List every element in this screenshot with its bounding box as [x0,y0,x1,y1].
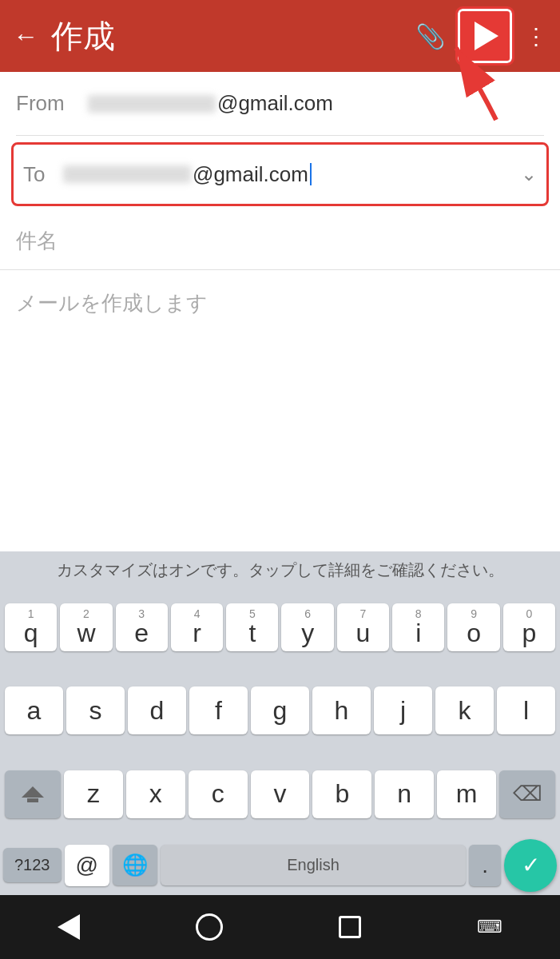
nav-back-icon [58,914,80,940]
key-s[interactable]: s [66,686,125,734]
key-d[interactable]: d [128,686,186,734]
shift-bar [27,798,38,802]
key-m[interactable]: m [437,770,496,818]
key-c[interactable]: c [189,770,248,818]
nav-keyboard-button[interactable]: ⌨ [477,917,502,937]
to-value[interactable]: @gmail.com [63,162,514,187]
key-x[interactable]: x [126,770,185,818]
key-z[interactable]: z [64,770,123,818]
key-q[interactable]: 1 q [5,603,57,651]
key-p[interactable]: 0 p [503,603,555,651]
from-value: @gmail.com [88,91,544,116]
attach-icon[interactable]: 📎 [415,22,445,50]
to-email-domain: @gmail.com [193,162,308,187]
page-title: 作成 [51,14,415,58]
backspace-icon: ⌫ [513,782,542,806]
backspace-key[interactable]: ⌫ [499,770,555,818]
more-options-button[interactable]: ⋮ [525,23,547,50]
nav-home-button[interactable] [196,913,223,941]
key-o[interactable]: 9 o [447,603,499,651]
send-button[interactable] [458,9,512,63]
key-e[interactable]: 3 e [116,603,168,651]
key-u[interactable]: 7 u [337,603,389,651]
key-f[interactable]: f [189,686,248,734]
at-key[interactable]: @ [65,845,109,886]
from-email-blurred [88,95,216,113]
keyboard-row-1: 1 q 2 w 3 e 4 r 5 t 6 y 7 u 8 i [0,586,560,669]
from-email-domain: @gmail.com [217,91,333,116]
key-g[interactable]: g [251,686,309,734]
shift-key[interactable] [5,770,61,818]
to-row[interactable]: To @gmail.com ⌄ [14,145,546,204]
enter-key[interactable]: ✓ [504,839,557,892]
key-l[interactable]: l [497,686,555,734]
keyboard: カスタマイズはオンです。タップして詳細をご確認ください。 1 q 2 w 3 e… [0,551,560,895]
key-h[interactable]: h [312,686,371,734]
key-w[interactable]: 2 w [60,603,112,651]
key-j[interactable]: j [374,686,432,734]
key-a[interactable]: a [5,686,63,734]
from-row: From @gmail.com [16,72,544,136]
key-r[interactable]: 4 r [171,603,223,651]
to-expand-icon[interactable]: ⌄ [521,163,537,185]
body-placeholder: メールを作成します [16,291,208,315]
key-n[interactable]: n [375,770,434,818]
key-y[interactable]: 6 y [281,603,333,651]
keyboard-row-2: a s d f g h j k l [0,669,560,752]
key-t[interactable]: 5 t [226,603,278,651]
key-v[interactable]: v [251,770,310,818]
key-k[interactable]: k [435,686,494,734]
keyboard-bottom-row: ?123 @ 🌐 English . ✓ [0,836,560,895]
send-icon [475,22,498,50]
key-b[interactable]: b [312,770,371,818]
period-key[interactable]: . [469,845,501,886]
nav-back-button[interactable] [58,914,80,940]
to-row-wrapper: To @gmail.com ⌄ [11,142,549,206]
nav-recents-button[interactable] [339,916,361,938]
shift-icon [22,786,44,798]
top-bar: ← 作成 📎 ⋮ [0,0,560,72]
nav-keyboard-icon: ⌨ [477,917,502,937]
from-label: From [16,91,88,116]
num-key[interactable]: ?123 [3,848,62,882]
enter-icon: ✓ [522,852,540,878]
text-cursor [310,163,312,185]
nav-home-icon [196,913,223,941]
back-button[interactable]: ← [13,22,38,51]
nav-bar: ⌨ [0,895,560,959]
nav-recents-icon [339,916,361,938]
keyboard-hint[interactable]: カスタマイズはオンです。タップして詳細をご確認ください。 [0,551,560,586]
key-i[interactable]: 8 i [392,603,444,651]
email-form: From @gmail.com [0,72,560,136]
subject-placeholder: 件名 [16,227,58,255]
globe-key[interactable]: 🌐 [113,845,157,885]
space-key[interactable]: English [161,845,466,885]
to-label: To [23,162,63,187]
subject-row[interactable]: 件名 [0,213,560,270]
body-row[interactable]: メールを作成します [0,270,560,366]
top-bar-actions: 📎 ⋮ [415,9,547,63]
to-email-blurred [63,165,191,183]
keyboard-row-3: z x c v b n m ⌫ [0,753,560,836]
